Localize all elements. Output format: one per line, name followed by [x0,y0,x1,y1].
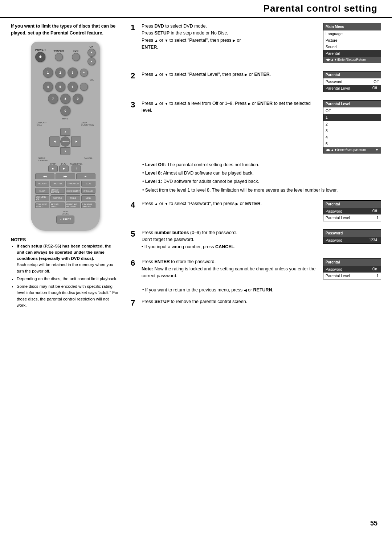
num-row-1: 1 2 3 + [35,67,95,78]
angle-btn[interactable]: ANGLE [66,195,80,201]
step-3-content: Press or to select a level from Off or 1… [142,100,381,154]
screen-2-row-0: PasswordOff [323,78,381,85]
dpad-down-btn[interactable]: ▼ [60,147,70,155]
dpad-up-btn[interactable]: ▲ [60,128,70,136]
step-6: 6 Press ENTER to store the password. Not… [131,258,381,279]
btn-5[interactable]: 5 [55,82,65,92]
step-4-content: Press or to select "Password", then pres… [142,200,381,221]
btn-9[interactable]: 9 [73,94,83,104]
btn-0[interactable]: 0 [60,106,70,116]
30sec-adv-btn[interactable]: 30 Sec ADV [81,188,95,194]
btn-1[interactable]: 1 [43,67,53,78]
screen-3-footer: ◀▶▲▼/Enter/Setup/Return ▼ [323,147,381,153]
ch-plus-btn[interactable]: + [87,49,95,57]
step-3: 3 Press or to select a level from Off or… [131,100,381,154]
screen-3-row-2: 2 [323,121,381,127]
notes-title: NOTES [11,237,120,243]
search-row: ◀◀ ▶▶ ⏭ [35,173,95,179]
btn-3[interactable]: 3 [68,67,78,78]
tv-monitor-btn[interactable]: TV MONITOR [66,181,80,187]
notes-item-1: Depending on the discs, the unit cannot … [17,276,120,282]
numpad-section: 1 2 3 + VOL 4 5 6 - [35,67,95,120]
eject-btn[interactable]: ▲ EJECT [56,216,74,224]
step-2: 2 Press or to select "Parental Level", t… [131,71,381,92]
sub-title-btn[interactable]: SUB TITLE [50,195,65,201]
vol-minus-btn[interactable]: - [80,83,88,91]
screen-2-title: Parental [323,71,381,79]
screen-3-footer-text: ◀▶▲▼/Enter/Setup/Return [326,148,366,153]
page-title: Parental control setting [0,3,377,14]
tvvcr-label: TV/VCR [53,50,64,52]
rec-otr-btn[interactable]: REC/OTR [35,181,49,187]
screen-5-row-0: Password1234 [323,237,381,244]
pause-btn[interactable]: ⏸ [72,165,81,172]
screen-1-row-1: Picture [323,37,381,44]
timer-rec-btn[interactable]: TIMER REC [50,181,65,187]
stop-btn[interactable]: ■ [48,165,58,172]
vol-plus-btn[interactable]: + [80,69,88,77]
caption-btn[interactable]: CLOSED CAPTION [50,188,65,194]
transport-row: STOP ■ PLAY ▶ PAUSE/STILL ⏸ [35,163,95,172]
cancel-label: CANCEL [84,157,93,161]
dpad-right-btn[interactable]: ▶ [71,136,81,147]
step-5-number: 5 [131,230,138,238]
step-1-number: 1 [131,24,138,32]
ffwd-btn[interactable]: ▶▶ [56,173,75,179]
step-5-text: Press number buttons (0–9) for the passw… [142,229,316,250]
screen-5-title: Password [323,230,381,237]
slow-btn[interactable]: SLOW [81,181,95,187]
eject-area: OPEN/CLOSE ▲ EJECT [35,210,95,224]
enter-btn[interactable]: ENTER [60,136,70,147]
num-row-3: 7 8 9 [35,94,95,104]
rec-row: REC/OTR TIMER REC TV MONITOR SLOW [35,181,95,187]
step-1-content: Press DVD to select DVD mode. Press SETU… [142,23,381,63]
dvd-label: DVD [73,50,78,52]
step-4-text: Press or to select "Password", then pres… [142,200,316,207]
step-7-content: Press SETUP to remove the parental contr… [142,298,381,305]
bullet-level-8: Level 8: Almost all DVD software can be … [142,170,381,177]
power-btn[interactable]: ⏻ [35,52,45,62]
ch-minus-btn[interactable]: - [87,57,95,65]
dvd-btn[interactable] [72,53,80,61]
return-btn[interactable]: RETURN SPEED [50,202,65,208]
play-btn[interactable]: ▶ [59,165,69,172]
screen-4-row-0: PasswordOff [323,208,381,214]
step-5: 5 Press number buttons (0–9) for the pas… [131,229,381,250]
step-5-inner: Press number buttons (0–9) for the passw… [142,229,381,250]
main-menu-btn[interactable]: MAIN MENU ATR [35,195,49,201]
step-7: 7 Press SETUP to remove the parental con… [131,298,381,307]
btn-6[interactable]: 6 [68,82,78,92]
tvvcr-btn[interactable] [55,53,63,61]
audio-select-btn[interactable]: AUDIO SELECT [66,188,80,194]
btn-7[interactable]: 7 [48,94,58,104]
step-7-number: 7 [131,299,138,307]
screen-1-footer-text: ◀▶▲▼/Enter/Setup/Return [326,57,366,62]
zoom-btn[interactable]: ZOOM INPUT SELECT [35,202,49,208]
step-4: 4 Press or to select "Password", then pr… [131,200,381,221]
btn-8[interactable]: 8 [60,94,70,104]
dpad-left-btn[interactable]: ◀ [49,136,60,147]
step-3-inner: Press or to select a level from Off or 1… [142,100,381,154]
step-4-number: 4 [131,201,138,209]
screen-3-row-1: 1 [323,114,381,120]
index-skip-btn[interactable]: ⏭ [76,173,95,179]
display-call-label: DISPLAY/CALL [37,122,46,126]
remote-illustration: POWER ⏻ TV/VCR DVD CH + - [11,42,120,231]
step-6-text: Press ENTER to store the password. Note:… [142,258,316,279]
rew-btn[interactable]: ◀◀ [35,173,54,179]
screen-4-title: Parental [323,201,381,208]
btn-2[interactable]: 2 [55,67,65,78]
screen-6: Parental PasswordOn Parental Level1 [323,258,381,279]
btn-4[interactable]: 4 [43,82,53,92]
intro-text: If you want to limit the types of discs … [11,23,120,37]
title-bar: Parental control setting [0,0,392,18]
remote-top-row: POWER ⏻ TV/VCR DVD CH + - [35,45,95,65]
repeat-ab-btn[interactable]: REPEAT A-B PROGRAM [66,202,80,208]
screen-3: Parental Level Off 1 2 3 4 5 ◀▶▲▼/Enter/… [323,100,381,154]
step-6-number: 6 [131,259,138,267]
menu-btn[interactable]: MENU [81,195,95,201]
step-6-inner: Press ENTER to store the password. Note:… [142,258,381,279]
screen-5: Password Password1234 [323,229,381,244]
sleep-btn[interactable]: SLEEP [35,188,49,194]
play-mode-btn[interactable]: PLAY MODE TRACKING [81,202,95,208]
